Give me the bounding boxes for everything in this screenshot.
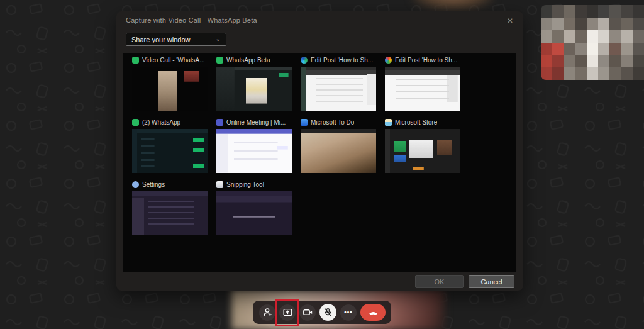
teams-icon: [216, 119, 223, 126]
webcam-pixel: [633, 18, 644, 30]
webcam-pixel: [598, 5, 609, 18]
window-thumbnail[interactable]: Microsoft To Do: [301, 118, 376, 173]
window-preview[interactable]: [132, 129, 208, 173]
webcam-pixel: [633, 5, 644, 18]
window-thumbnail[interactable]: Online Meeting | Mi...: [216, 118, 292, 173]
window-thumbnail[interactable]: (2) WhatsApp: [132, 118, 208, 173]
webcam-pixel: [564, 30, 575, 43]
webcam-pixel: [598, 43, 609, 55]
window-grid: Video Call - 'WhatsA... WhatsApp Beta Ed…: [123, 53, 516, 242]
webcam-pixel: [541, 5, 552, 18]
webcam-pixel: [575, 67, 587, 80]
dropdown-value: Share your window: [131, 36, 191, 43]
window-preview[interactable]: [132, 67, 208, 111]
window-label-row: Settings: [132, 180, 208, 189]
webcam-pixel: [633, 30, 644, 43]
webcam-pixel: [633, 43, 644, 55]
webcam-pixel: [564, 55, 575, 67]
window-title: Settings: [142, 181, 165, 188]
dialog-title: Capture with Video Call - WhatsApp Beta: [126, 16, 257, 24]
edge-icon: [301, 57, 308, 64]
window-label-row: (2) WhatsApp: [132, 118, 208, 126]
webcam-pixel: [621, 55, 633, 67]
webcam-pixel: [598, 30, 609, 43]
webcam-pixel: [609, 18, 621, 30]
webcam-pixel: [575, 30, 587, 43]
webcam-pixel: [575, 5, 587, 18]
todo-icon: [301, 119, 308, 126]
webcam-pixel: [541, 30, 552, 43]
window-preview[interactable]: [301, 67, 376, 111]
close-icon[interactable]: ✕: [504, 15, 516, 26]
webcam-pixel: [575, 43, 587, 55]
window-title: Microsoft Store: [395, 119, 437, 126]
webcam-pixel: [598, 18, 609, 30]
window-thumbnail[interactable]: Edit Post 'How to Sh...: [301, 55, 376, 111]
window-preview[interactable]: [301, 129, 376, 173]
window-title: Snipping Tool: [226, 181, 264, 188]
webcam-pixel: [575, 18, 587, 30]
webcam-pixel: [552, 5, 564, 18]
webcam-pixel: [541, 55, 552, 67]
window-preview[interactable]: [216, 191, 292, 235]
share-source-dropdown[interactable]: Share your window ⌄: [126, 33, 226, 46]
webcam-pixel: [621, 5, 633, 18]
window-preview[interactable]: [216, 67, 292, 111]
microphone-muted-icon: [323, 307, 333, 318]
webcam-pixel: [552, 30, 564, 43]
webcam-pixel: [587, 5, 598, 18]
window-thumbnail[interactable]: Video Call - 'WhatsA...: [132, 55, 208, 111]
microphone-muted-button[interactable]: [319, 304, 336, 321]
webcam-pixel: [552, 55, 564, 67]
window-preview[interactable]: [385, 67, 460, 111]
window-title: WhatsApp Beta: [226, 57, 270, 64]
webcam-pixel: [621, 18, 633, 30]
window-title: (2) WhatsApp: [142, 119, 180, 126]
share-screen-icon: [282, 307, 293, 318]
window-preview[interactable]: [385, 129, 460, 173]
window-thumbnail[interactable]: Snipping Tool: [216, 180, 292, 235]
webcam-pixel: [587, 18, 598, 30]
camera-icon: [303, 307, 313, 318]
background-video-blur-top: [412, 0, 494, 10]
webcam-pixel: [609, 55, 621, 67]
end-call-button[interactable]: [360, 304, 386, 321]
window-label-row: Snipping Tool: [216, 180, 292, 189]
cancel-button[interactable]: Cancel: [469, 275, 514, 288]
ok-button[interactable]: OK: [415, 275, 464, 288]
window-preview[interactable]: [216, 129, 292, 173]
window-thumbnail[interactable]: Microsoft Store: [385, 118, 460, 173]
webcam-pixel: [575, 55, 587, 67]
webcam-pixel: [621, 30, 633, 43]
self-view-webcam: [541, 5, 644, 80]
window-thumbnail[interactable]: Settings: [132, 180, 208, 235]
window-preview[interactable]: [132, 191, 208, 235]
window-title: Online Meeting | Mi...: [226, 119, 286, 126]
webcam-pixel: [564, 18, 575, 30]
webcam-pixel: [587, 55, 598, 67]
webcam-pixel: [633, 55, 644, 67]
window-thumbnail[interactable]: WhatsApp Beta: [216, 55, 292, 111]
camera-button[interactable]: [299, 304, 316, 321]
window-list-panel: Video Call - 'WhatsA... WhatsApp Beta Ed…: [123, 53, 516, 272]
window-title: Video Call - 'WhatsA...: [142, 57, 205, 64]
webcam-pixel: [621, 67, 633, 80]
webcam-pixel: [587, 30, 598, 43]
whatsapp-icon: [132, 57, 139, 64]
window-label-row: Microsoft Store: [385, 118, 460, 126]
webcam-pixel: [609, 43, 621, 55]
webcam-pixel: [541, 18, 552, 30]
webcam-pixel: [564, 5, 575, 18]
window-label-row: WhatsApp Beta: [216, 55, 292, 64]
end-call-icon: [367, 307, 379, 318]
window-title: Microsoft To Do: [311, 119, 354, 126]
whatsapp-icon: [132, 119, 139, 126]
call-controls-bar: •••: [253, 301, 391, 324]
chevron-down-icon: ⌄: [216, 35, 221, 42]
add-person-button[interactable]: [259, 304, 275, 321]
more-options-button[interactable]: •••: [340, 304, 357, 321]
window-title: Edit Post 'How to Sh...: [395, 57, 457, 64]
window-thumbnail[interactable]: Edit Post 'How to Sh...: [385, 55, 460, 111]
share-screen-button[interactable]: [279, 304, 296, 321]
webcam-pixel: [541, 43, 552, 55]
